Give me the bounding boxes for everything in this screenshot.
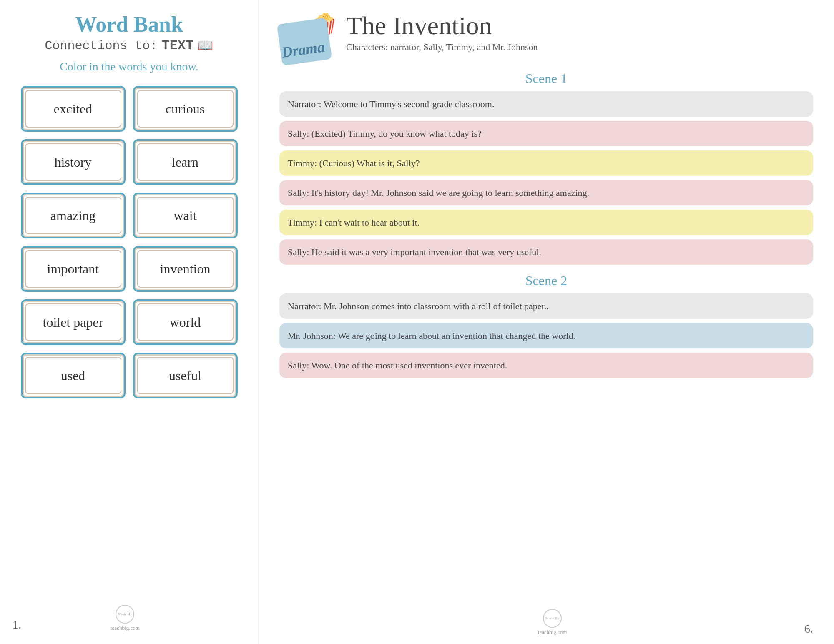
dialog-timmy-2: Timmy: I can't wait to hear about it. (279, 210, 813, 235)
connections-text: TEXT (162, 38, 194, 53)
scene2-title: Scene 2 (279, 273, 813, 288)
word-label: invention (160, 261, 211, 277)
teachbig-circle-left: Made By (116, 605, 134, 624)
word-label: important (47, 261, 99, 277)
dialog-text: Narrator: Welcome to Timmy's second-grad… (288, 99, 494, 109)
right-teachbig-logo: Made By teachbig.com (538, 609, 567, 636)
scene1-title: Scene 1 (279, 71, 813, 86)
connections-label: Connections to: (45, 39, 158, 53)
word-card-world[interactable]: world (133, 299, 238, 345)
word-label: used (61, 368, 85, 383)
word-label: toilet paper (43, 315, 103, 330)
word-card-excited[interactable]: excited (21, 86, 126, 132)
word-card-amazing[interactable]: amazing (21, 193, 126, 238)
title-section: The Invention Characters: narrator, Sall… (346, 13, 538, 53)
teachbig-text-left: teachbig.com (111, 625, 140, 631)
word-label: curious (166, 101, 205, 117)
dialog-text: Narrator: Mr. Johnson comes into classro… (288, 301, 549, 311)
dialog-narrator-2: Narrator: Mr. Johnson comes into classro… (279, 293, 813, 319)
dialog-text: Sally: (Excited) Timmy, do you know what… (288, 128, 482, 139)
dialog-narrator-1: Narrator: Welcome to Timmy's second-grad… (279, 91, 813, 117)
word-card-curious[interactable]: curious (133, 86, 238, 132)
word-label: world (170, 315, 201, 330)
word-card-learn[interactable]: learn (133, 139, 238, 185)
dialog-text: Sally: Wow. One of the most used inventi… (288, 360, 507, 371)
dialog-sally-2: Sally: It's history day! Mr. Johnson sai… (279, 180, 813, 205)
dialog-sally-4: Sally: Wow. One of the most used inventi… (279, 353, 813, 378)
right-bottom-row: Made By teachbig.com 6. (279, 605, 813, 636)
word-card-toilet-paper[interactable]: toilet paper (21, 299, 126, 345)
dialog-text: Sally: It's history day! Mr. Johnson sai… (288, 188, 589, 198)
dialog-mr-johnson-1: Mr. Johnson: We are going to learn about… (279, 323, 813, 348)
dialog-sally-1: Sally: (Excited) Timmy, do you know what… (279, 121, 813, 146)
book-icon: 📖 (198, 38, 213, 53)
word-label: wait (173, 208, 196, 223)
dialog-text: Sally: He said it was a very important i… (288, 247, 541, 257)
word-label: excited (54, 101, 92, 117)
dialog-sally-3: Sally: He said it was a very important i… (279, 239, 813, 265)
teachbig-circle-right: Made By (543, 609, 562, 628)
right-panel: 🍿 Drama The Invention Characters: narrat… (259, 0, 834, 644)
characters-line: Characters: narrator, Sally, Timmy, and … (346, 42, 538, 53)
word-label: learn (172, 155, 198, 170)
word-card-useful[interactable]: useful (133, 353, 238, 398)
left-panel: Word Bank Connections to: TEXT 📖 Color i… (0, 0, 259, 644)
word-card-invention[interactable]: invention (133, 246, 238, 292)
word-card-used[interactable]: used (21, 353, 126, 398)
dialog-timmy-1: Timmy: (Curious) What is it, Sally? (279, 150, 813, 176)
invention-title: The Invention (346, 13, 538, 38)
word-label: amazing (50, 208, 95, 223)
word-card-important[interactable]: important (21, 246, 126, 292)
left-bottom-area: 1. Made By teachbig.com (8, 601, 250, 631)
color-instruction: Color in the words you know. (60, 60, 198, 73)
right-page-number: 6. (804, 622, 813, 636)
connections-line: Connections to: TEXT 📖 (45, 38, 214, 53)
drama-header: 🍿 Drama The Invention Characters: narrat… (279, 13, 813, 63)
word-bank-title: Word Bank (75, 13, 183, 36)
word-grid: excited curious history learn amazing wa… (21, 86, 238, 398)
word-label: useful (169, 368, 201, 383)
word-card-history[interactable]: history (21, 139, 126, 185)
teachbig-text-right: teachbig.com (538, 629, 567, 636)
left-page-number: 1. (8, 618, 21, 631)
drama-badge-container: 🍿 Drama (279, 13, 338, 63)
dialog-text: Timmy: I can't wait to hear about it. (288, 217, 420, 228)
word-label: history (55, 155, 92, 170)
word-card-wait[interactable]: wait (133, 193, 238, 238)
dialog-text: Timmy: (Curious) What is it, Sally? (288, 158, 420, 168)
dialog-text: Mr. Johnson: We are going to learn about… (288, 331, 575, 341)
left-teachbig-logo: Made By teachbig.com (111, 605, 140, 631)
